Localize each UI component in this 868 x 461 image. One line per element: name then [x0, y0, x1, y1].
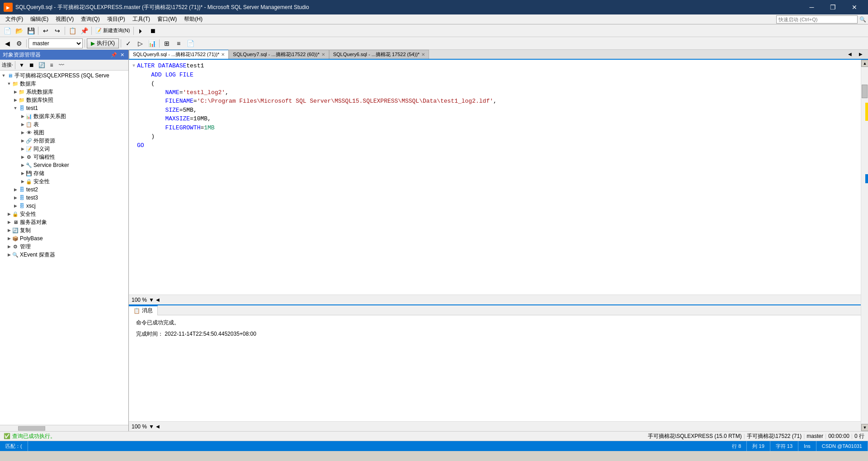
- debug-start-btn[interactable]: ▷: [135, 38, 146, 48]
- tree-server-objects[interactable]: ▶ 🖥 服务器对象: [0, 218, 128, 226]
- expand-test2[interactable]: ▶: [13, 187, 18, 192]
- tree-system-db[interactable]: ▶ 📁 系统数据库: [0, 88, 128, 96]
- oe-pin-btn[interactable]: 📌: [110, 51, 118, 58]
- menu-file[interactable]: 文件(F): [2, 14, 27, 24]
- minimize-button[interactable]: ─: [802, 0, 822, 14]
- menu-query[interactable]: 查询(Q): [77, 14, 103, 24]
- zoom-dropdown-arrow[interactable]: ▼: [149, 297, 154, 303]
- results-scroll-left[interactable]: ◀: [156, 424, 160, 429]
- tree-programmability[interactable]: ▶ ⚙ 可编程性: [0, 153, 128, 161]
- oe-summary-btn[interactable]: ≡: [47, 61, 56, 70]
- oe-connect-btn[interactable]: 连接·: [2, 62, 13, 68]
- expand-snapshot[interactable]: ▶: [13, 97, 18, 103]
- expand-synonyms[interactable]: ▶: [20, 146, 25, 152]
- execute-button[interactable]: ▶ 执行(X): [87, 38, 119, 48]
- tab-query7[interactable]: SQLQuery7.sql - ...摘棉花\17522 (60))* ✕: [229, 50, 329, 59]
- restore-button[interactable]: ❐: [823, 0, 843, 14]
- tree-service-broker[interactable]: ▶ 🔧 Service Broker: [0, 161, 128, 169]
- copy-btn[interactable]: 📋: [67, 26, 78, 36]
- new-query-label[interactable]: 📝 新建查询(N): [94, 27, 132, 34]
- oe-close-btn[interactable]: ✕: [118, 51, 126, 58]
- tree-diagrams[interactable]: ▶ 📊 数据库关系图: [0, 112, 128, 120]
- code-editor[interactable]: ▼ ALTER DATABASE test1 ADD: [129, 60, 861, 295]
- oe-stop-btn[interactable]: ⏹: [27, 61, 36, 70]
- tb2-btn2[interactable]: ⚙: [14, 38, 24, 48]
- tree-db-snapshot[interactable]: ▶ 📁 数据库快照: [0, 96, 128, 104]
- results-zoom-arrow[interactable]: ▼: [149, 423, 154, 430]
- tab-query8[interactable]: SQLQuery8.sql - ...摘棉花\17522 (71))* ✕: [129, 50, 229, 59]
- open-btn[interactable]: 📂: [14, 26, 24, 36]
- tree-xevent[interactable]: ▶ 🔍 XEvent 探查器: [0, 251, 128, 259]
- expand-storage[interactable]: ▶: [20, 171, 25, 176]
- expand-xevent[interactable]: ▶: [6, 252, 12, 257]
- menu-help[interactable]: 帮助(H): [180, 14, 206, 24]
- expand-security[interactable]: ▶: [6, 211, 12, 217]
- tree-test3[interactable]: ▶ 🗄 test3: [0, 194, 128, 202]
- oe-hscroll-thumb[interactable]: [18, 426, 45, 431]
- tree-polybase[interactable]: ▶ 📦 PolyBase: [0, 234, 128, 242]
- expand-tables[interactable]: ▶: [20, 122, 25, 127]
- new-query-btn[interactable]: 📄: [2, 26, 13, 36]
- menu-project[interactable]: 项目(P): [104, 14, 129, 24]
- parse-btn[interactable]: ✓: [123, 38, 134, 48]
- expand-xscj[interactable]: ▶: [13, 203, 18, 209]
- close-button[interactable]: ✕: [844, 0, 864, 14]
- stop-btn[interactable]: ⏹: [147, 26, 158, 36]
- tab8-close[interactable]: ✕: [221, 52, 225, 57]
- tree-databases-folder[interactable]: ▼ 📁 数据库: [0, 80, 128, 88]
- redo-btn[interactable]: ↪: [52, 26, 63, 36]
- tab6-close[interactable]: ✕: [421, 52, 425, 57]
- save-btn[interactable]: 💾: [25, 26, 36, 36]
- file-btn[interactable]: 📄: [185, 38, 196, 48]
- tree-management[interactable]: ▶ ⚙ 管理: [0, 242, 128, 251]
- expand-external[interactable]: ▶: [20, 138, 25, 143]
- tab7-close[interactable]: ✕: [321, 52, 325, 57]
- oe-refresh-btn[interactable]: 🔄: [37, 61, 46, 70]
- expand-test1[interactable]: ▼: [13, 105, 18, 111]
- tab-scroll-left[interactable]: ◀: [844, 50, 855, 59]
- debug-btn[interactable]: ⏵: [136, 26, 146, 36]
- scroll-down-arrow[interactable]: ▼: [861, 424, 868, 431]
- tab-scroll-right[interactable]: ▶: [855, 50, 866, 59]
- expand-views[interactable]: ▶: [20, 130, 25, 135]
- oe-filter-btn[interactable]: ▼: [17, 61, 26, 70]
- expand-broker[interactable]: ▶: [20, 162, 25, 168]
- undo-btn[interactable]: ↩: [40, 26, 51, 36]
- scroll-up-arrow[interactable]: ▲: [861, 60, 868, 67]
- expand-test1-security[interactable]: ▶: [20, 179, 25, 184]
- expand-server[interactable]: ▼: [1, 73, 6, 78]
- tree-security[interactable]: ▶ 🔒 安全性: [0, 210, 128, 218]
- scroll-thumb[interactable]: [862, 85, 868, 98]
- menu-tools[interactable]: 工具(T): [129, 14, 154, 24]
- expand-test3[interactable]: ▶: [13, 195, 18, 200]
- title-bar-controls[interactable]: ─ ❐ ✕: [802, 0, 864, 14]
- zoom-scroll-left[interactable]: ◀: [156, 297, 160, 302]
- menu-view[interactable]: 视图(V): [52, 14, 77, 24]
- tree-xscj[interactable]: ▶ 🗄 xscj: [0, 202, 128, 210]
- oe-hscrollbar[interactable]: [0, 425, 128, 431]
- tree-test1[interactable]: ▼ 🗄 test1: [0, 104, 128, 112]
- tree-views[interactable]: ▶ 👁 视图: [0, 128, 128, 137]
- expand-replication[interactable]: ▶: [6, 228, 12, 233]
- expand-sysdb[interactable]: ▶: [13, 89, 18, 95]
- expand-diagrams[interactable]: ▶: [20, 114, 25, 119]
- quick-search-input[interactable]: [776, 15, 858, 24]
- tree-test1-security[interactable]: ▶ 🔒 安全性: [0, 177, 128, 185]
- text-btn[interactable]: ≡: [173, 38, 184, 48]
- expand-polybase[interactable]: ▶: [6, 236, 12, 241]
- tree-server[interactable]: ▼ 🖥 手可摘棉花\SQLEXPRESS (SQL Serve: [0, 71, 128, 80]
- expand-management[interactable]: ▶: [6, 244, 12, 249]
- tree-tables[interactable]: ▶ 📋 表: [0, 120, 128, 128]
- expand-prog[interactable]: ▶: [20, 154, 25, 160]
- menu-edit[interactable]: 编辑(E): [27, 14, 52, 24]
- tab-query6[interactable]: SQLQuery6.sql - ...摘棉花 17522 (54))* ✕: [329, 50, 429, 59]
- tree-replication[interactable]: ▶ 🔄 复制: [0, 226, 128, 234]
- paste-btn[interactable]: 📌: [79, 26, 90, 36]
- expand-server-obj[interactable]: ▶: [6, 219, 12, 225]
- oe-wave-btn[interactable]: 〰: [57, 61, 66, 70]
- tree-test2[interactable]: ▶ 🗄 test2: [0, 185, 128, 194]
- tree-storage[interactable]: ▶ 💾 存储: [0, 169, 128, 177]
- grid-btn[interactable]: ⊞: [161, 38, 172, 48]
- tree-external[interactable]: ▶ 🔗 外部资源: [0, 137, 128, 145]
- results-btn[interactable]: 📊: [146, 38, 157, 48]
